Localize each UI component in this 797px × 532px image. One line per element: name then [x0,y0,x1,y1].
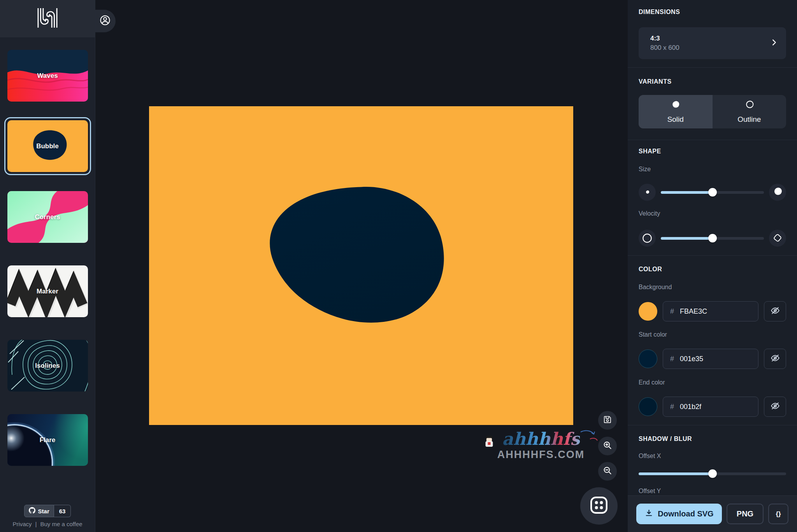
settings-panel: DIMENSIONS 4:3 800 x 600 VARIANTS Solid [628,0,797,532]
divider [628,67,797,68]
template-tile-bubble[interactable]: Bubble [7,120,88,172]
download-svg-label: Download SVG [658,509,713,518]
size-slider-track[interactable] [661,191,764,194]
velocity-slow-circle-icon [639,230,656,247]
dimensions-selector[interactable]: 4:3 800 x 600 [639,27,786,59]
size-slider [639,183,786,202]
app-logo-icon[interactable] [37,8,58,29]
background-color-swatch[interactable] [639,302,657,321]
dimensions-heading: DIMENSIONS [639,9,786,16]
start-color-row: # [639,349,786,369]
github-star-label: Star [38,508,49,514]
variant-label: Solid [667,115,684,124]
shadow-blur-heading: SHADOW / BLUR [639,435,786,442]
buy-me-a-coffee-link[interactable]: Buy me a coffee [40,521,82,527]
user-icon [99,14,111,28]
eye-off-icon [770,353,780,365]
sidebar: Waves Bubble [0,0,95,532]
template-label: Isolines [7,340,88,392]
offset-x-slider [639,466,786,481]
background-hex-input[interactable] [680,307,756,316]
size-label: Size [639,166,786,173]
start-color-label: Start color [639,331,786,338]
divider [628,140,797,140]
watermark-brand: ahhhhfs [502,430,580,448]
randomize-button[interactable] [580,487,618,525]
end-visibility-button[interactable] [764,397,786,417]
github-star-button[interactable]: Star 63 [24,505,71,517]
velocity-slider [639,229,786,248]
artwork-canvas [149,106,573,425]
divider [628,255,797,256]
end-hex-field: # [663,397,758,417]
hash-prefix: # [670,403,674,411]
velocity-slider-fill [661,237,713,240]
chevron-right-icon [770,38,778,48]
velocity-slider-track[interactable] [661,237,764,240]
zoom-out-button[interactable] [598,462,617,481]
template-tile-bubble-selected-frame: Bubble [4,117,91,175]
variants-heading: VARIANTS [639,78,786,85]
size-slider-thumb[interactable] [708,188,717,197]
background-visibility-button[interactable] [764,301,786,321]
download-icon [644,509,653,520]
velocity-slider-thumb[interactable] [708,234,717,242]
template-tile-marker[interactable]: Marker [7,265,88,317]
blob-graphic [149,106,573,425]
zoom-in-button[interactable] [598,437,617,455]
sidebar-footer: Star 63 Privacy | Buy me a coffee [0,505,95,527]
dimensions-size: 800 x 600 [650,44,770,52]
hash-prefix: # [670,307,674,316]
offset-x-slider-fill [639,472,713,475]
velocity-fast-blob-icon [769,230,786,247]
variant-option-solid[interactable]: Solid [639,95,713,128]
template-label: Marker [7,265,88,317]
velocity-label: Velocity [639,210,786,217]
offset-x-slider-thumb[interactable] [708,469,717,478]
watermark: ahhhhfs AHHHHFS.COM [483,430,599,461]
start-color-swatch[interactable] [639,349,657,368]
copy-code-button[interactable]: {} [768,504,788,524]
variant-option-outline[interactable]: Outline [713,95,786,128]
dimensions-ratio: 4:3 [650,35,770,42]
size-small-blob-icon [639,184,656,201]
download-png-button[interactable]: PNG [727,504,764,524]
solid-blob-icon [670,100,681,112]
start-visibility-button[interactable] [764,349,786,369]
end-hex-input[interactable] [680,403,756,411]
eye-off-icon [770,401,780,413]
template-label: Flare [7,414,88,466]
github-star-count: 63 [54,505,71,517]
divider [628,425,797,425]
template-tile-corners[interactable]: Corners [7,191,88,243]
background-color-row: # [639,301,786,321]
background-color-label: Background [639,284,786,291]
hash-prefix: # [670,355,674,363]
template-tile-flare[interactable]: Flare [7,414,88,466]
template-tile-waves[interactable]: Waves [7,50,88,102]
end-color-label: End color [639,379,786,386]
template-label: Bubble [7,120,88,172]
template-tile-isolines[interactable]: Isolines [7,340,88,392]
start-hex-input[interactable] [680,355,756,363]
dice-icon [588,494,610,518]
size-large-blob-icon [769,184,786,201]
eye-off-icon [770,306,780,317]
size-slider-fill [661,191,713,194]
offset-x-label: Offset X [639,453,786,460]
template-label: Waves [7,50,88,102]
end-color-swatch[interactable] [639,397,657,416]
download-svg-button[interactable]: Download SVG [636,504,722,524]
watermark-site: AHHHHFS.COM [483,449,599,461]
logo-header [0,0,95,37]
zoom-out-icon [602,465,613,477]
template-label: Corners [7,191,88,243]
canvas-area: ahhhhfs AHHHHFS.COM [95,0,628,532]
watermark-scribble-icon [578,429,599,446]
save-button[interactable] [598,411,617,430]
offset-y-label: Offset Y [639,488,786,495]
outline-blob-icon [744,100,755,112]
zoom-in-icon [602,440,613,452]
offset-x-slider-track[interactable] [639,472,786,475]
privacy-link[interactable]: Privacy [12,521,32,527]
